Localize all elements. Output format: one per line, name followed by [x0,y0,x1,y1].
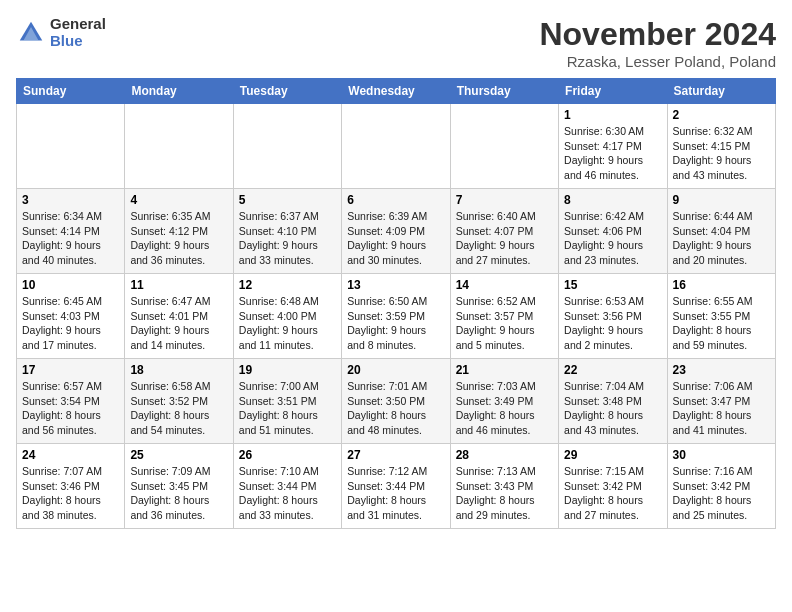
calendar-cell: 11Sunrise: 6:47 AM Sunset: 4:01 PM Dayli… [125,274,233,359]
calendar-cell: 13Sunrise: 6:50 AM Sunset: 3:59 PM Dayli… [342,274,450,359]
day-number: 8 [564,193,661,207]
calendar-cell: 26Sunrise: 7:10 AM Sunset: 3:44 PM Dayli… [233,444,341,529]
day-number: 28 [456,448,553,462]
day-number: 30 [673,448,770,462]
calendar-table: SundayMondayTuesdayWednesdayThursdayFrid… [16,78,776,529]
day-number: 16 [673,278,770,292]
calendar-cell: 19Sunrise: 7:00 AM Sunset: 3:51 PM Dayli… [233,359,341,444]
day-info: Sunrise: 6:47 AM Sunset: 4:01 PM Dayligh… [130,294,227,353]
day-info: Sunrise: 6:45 AM Sunset: 4:03 PM Dayligh… [22,294,119,353]
day-info: Sunrise: 7:10 AM Sunset: 3:44 PM Dayligh… [239,464,336,523]
calendar-day-header: Friday [559,79,667,104]
month-title: November 2024 [539,16,776,53]
day-info: Sunrise: 6:52 AM Sunset: 3:57 PM Dayligh… [456,294,553,353]
day-info: Sunrise: 6:37 AM Sunset: 4:10 PM Dayligh… [239,209,336,268]
calendar-cell: 12Sunrise: 6:48 AM Sunset: 4:00 PM Dayli… [233,274,341,359]
day-info: Sunrise: 6:57 AM Sunset: 3:54 PM Dayligh… [22,379,119,438]
day-info: Sunrise: 6:39 AM Sunset: 4:09 PM Dayligh… [347,209,444,268]
calendar-cell [17,104,125,189]
day-info: Sunrise: 7:16 AM Sunset: 3:42 PM Dayligh… [673,464,770,523]
calendar-cell [450,104,558,189]
calendar-body: 1Sunrise: 6:30 AM Sunset: 4:17 PM Daylig… [17,104,776,529]
day-info: Sunrise: 6:30 AM Sunset: 4:17 PM Dayligh… [564,124,661,183]
calendar-day-header: Monday [125,79,233,104]
day-number: 7 [456,193,553,207]
calendar-cell: 21Sunrise: 7:03 AM Sunset: 3:49 PM Dayli… [450,359,558,444]
day-number: 22 [564,363,661,377]
day-number: 13 [347,278,444,292]
day-info: Sunrise: 7:01 AM Sunset: 3:50 PM Dayligh… [347,379,444,438]
day-info: Sunrise: 7:09 AM Sunset: 3:45 PM Dayligh… [130,464,227,523]
day-info: Sunrise: 6:55 AM Sunset: 3:55 PM Dayligh… [673,294,770,353]
day-number: 1 [564,108,661,122]
calendar-cell: 24Sunrise: 7:07 AM Sunset: 3:46 PM Dayli… [17,444,125,529]
calendar-cell: 23Sunrise: 7:06 AM Sunset: 3:47 PM Dayli… [667,359,775,444]
day-info: Sunrise: 7:15 AM Sunset: 3:42 PM Dayligh… [564,464,661,523]
calendar-day-header: Wednesday [342,79,450,104]
calendar-cell [125,104,233,189]
day-number: 27 [347,448,444,462]
day-info: Sunrise: 7:13 AM Sunset: 3:43 PM Dayligh… [456,464,553,523]
day-number: 25 [130,448,227,462]
title-area: November 2024 Rzaska, Lesser Poland, Pol… [539,16,776,70]
calendar-day-header: Sunday [17,79,125,104]
calendar-cell: 8Sunrise: 6:42 AM Sunset: 4:06 PM Daylig… [559,189,667,274]
calendar-cell: 17Sunrise: 6:57 AM Sunset: 3:54 PM Dayli… [17,359,125,444]
day-number: 20 [347,363,444,377]
calendar-cell: 30Sunrise: 7:16 AM Sunset: 3:42 PM Dayli… [667,444,775,529]
calendar-day-header: Saturday [667,79,775,104]
day-info: Sunrise: 6:34 AM Sunset: 4:14 PM Dayligh… [22,209,119,268]
calendar-cell [233,104,341,189]
day-number: 5 [239,193,336,207]
logo-text: General Blue [50,16,106,49]
calendar-cell: 1Sunrise: 6:30 AM Sunset: 4:17 PM Daylig… [559,104,667,189]
logo-general: General [50,16,106,33]
calendar-cell: 9Sunrise: 6:44 AM Sunset: 4:04 PM Daylig… [667,189,775,274]
logo: General Blue [16,16,106,49]
day-number: 21 [456,363,553,377]
day-info: Sunrise: 6:50 AM Sunset: 3:59 PM Dayligh… [347,294,444,353]
calendar-cell: 4Sunrise: 6:35 AM Sunset: 4:12 PM Daylig… [125,189,233,274]
calendar-cell: 6Sunrise: 6:39 AM Sunset: 4:09 PM Daylig… [342,189,450,274]
day-number: 12 [239,278,336,292]
day-info: Sunrise: 7:07 AM Sunset: 3:46 PM Dayligh… [22,464,119,523]
day-number: 4 [130,193,227,207]
calendar-cell: 29Sunrise: 7:15 AM Sunset: 3:42 PM Dayli… [559,444,667,529]
calendar-day-header: Tuesday [233,79,341,104]
calendar-week-row: 10Sunrise: 6:45 AM Sunset: 4:03 PM Dayli… [17,274,776,359]
day-info: Sunrise: 7:06 AM Sunset: 3:47 PM Dayligh… [673,379,770,438]
calendar-cell [342,104,450,189]
calendar-week-row: 17Sunrise: 6:57 AM Sunset: 3:54 PM Dayli… [17,359,776,444]
calendar-header-row: SundayMondayTuesdayWednesdayThursdayFrid… [17,79,776,104]
day-number: 29 [564,448,661,462]
calendar-week-row: 1Sunrise: 6:30 AM Sunset: 4:17 PM Daylig… [17,104,776,189]
day-number: 11 [130,278,227,292]
calendar-cell: 5Sunrise: 6:37 AM Sunset: 4:10 PM Daylig… [233,189,341,274]
day-number: 15 [564,278,661,292]
day-info: Sunrise: 6:40 AM Sunset: 4:07 PM Dayligh… [456,209,553,268]
day-number: 18 [130,363,227,377]
day-number: 26 [239,448,336,462]
calendar-cell: 22Sunrise: 7:04 AM Sunset: 3:48 PM Dayli… [559,359,667,444]
logo-icon [16,18,46,48]
calendar-day-header: Thursday [450,79,558,104]
calendar-cell: 14Sunrise: 6:52 AM Sunset: 3:57 PM Dayli… [450,274,558,359]
calendar-cell: 10Sunrise: 6:45 AM Sunset: 4:03 PM Dayli… [17,274,125,359]
calendar-cell: 28Sunrise: 7:13 AM Sunset: 3:43 PM Dayli… [450,444,558,529]
day-info: Sunrise: 6:53 AM Sunset: 3:56 PM Dayligh… [564,294,661,353]
logo-blue: Blue [50,33,106,50]
day-number: 14 [456,278,553,292]
page-header: General Blue November 2024 Rzaska, Lesse… [16,16,776,70]
day-number: 24 [22,448,119,462]
location-title: Rzaska, Lesser Poland, Poland [539,53,776,70]
day-info: Sunrise: 6:48 AM Sunset: 4:00 PM Dayligh… [239,294,336,353]
day-number: 3 [22,193,119,207]
calendar-cell: 18Sunrise: 6:58 AM Sunset: 3:52 PM Dayli… [125,359,233,444]
day-info: Sunrise: 7:03 AM Sunset: 3:49 PM Dayligh… [456,379,553,438]
calendar-week-row: 24Sunrise: 7:07 AM Sunset: 3:46 PM Dayli… [17,444,776,529]
day-info: Sunrise: 7:12 AM Sunset: 3:44 PM Dayligh… [347,464,444,523]
day-number: 19 [239,363,336,377]
day-number: 9 [673,193,770,207]
day-info: Sunrise: 6:44 AM Sunset: 4:04 PM Dayligh… [673,209,770,268]
day-info: Sunrise: 6:42 AM Sunset: 4:06 PM Dayligh… [564,209,661,268]
